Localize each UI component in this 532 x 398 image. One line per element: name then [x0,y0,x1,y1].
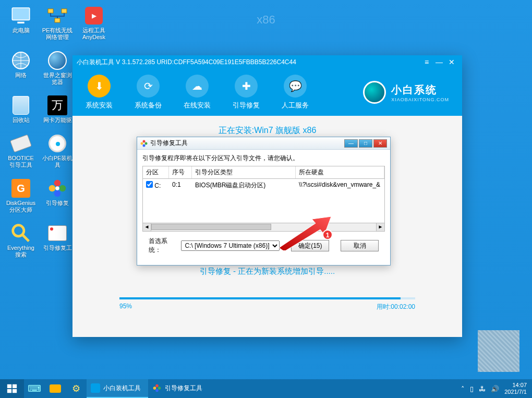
menu-button[interactable]: ≡ [420,58,433,66]
progress: 95% 用时:00:02:00 [119,297,415,311]
globe-icon [10,50,31,71]
tray-volume-icon[interactable]: 🔊 [491,385,499,393]
taskbar-item-bootrepair[interactable]: 引导修复工具 [148,379,210,398]
desktop-icon-bootrepair2[interactable]: 引导修复工 [42,223,73,258]
cloud-icon: ☁ [186,75,209,98]
tray-battery-icon[interactable]: ▯ [470,385,474,393]
main-titlebar[interactable]: 小白装机工具 V 3.1.572.285 URID:CDFF5A594C09E1… [72,55,462,69]
tab-install[interactable]: ⬇系统安装 [86,75,113,110]
svg-rect-20 [13,389,17,393]
dialog-close-button[interactable]: ✕ [373,139,387,148]
svg-point-24 [153,387,156,390]
svg-rect-2 [48,9,53,13]
taskbar-terminal[interactable]: ⌨ [24,379,45,398]
tab-support[interactable]: 💬人工服务 [282,75,309,110]
anydesk-icon: ▸ [83,5,104,26]
table-header: 分区 序号 引导分区类型 所在硬盘 [142,166,385,179]
dialog-maximize-button[interactable]: □ [359,139,372,148]
svg-point-9 [49,185,56,192]
status-line: 引导修复 - 正在为新装系统增加引导..... [88,267,446,276]
recycle-icon [10,95,31,116]
main-title: 小白装机工具 V 3.1.572.285 URID:CDFF5A594C09E1… [77,58,296,67]
progress-fill [119,297,401,299]
desktop-icon-browser[interactable]: 世界之窗浏览器 [42,50,73,86]
backup-icon: ⟳ [137,75,160,98]
disc-icon [47,133,68,154]
partition-checkbox[interactable] [146,181,153,188]
app-icon [91,383,100,393]
desktop-icon-pe-net[interactable]: PE有线无线网络管理 [42,5,73,41]
main-toolbar: ⬇系统安装 ⟳系统备份 ☁在线安装 ✚引导修复 💬人工服务 小白系统XIAOBA… [72,69,462,116]
flower-icon [47,178,68,199]
svg-point-21 [155,384,159,388]
minimize-button[interactable]: — [433,58,445,66]
tray-clock[interactable]: 14:07 2021/7/1 [504,382,527,395]
brand: 小白系统XIAOBAIXITONG.COM [363,81,449,104]
svg-line-12 [23,235,29,242]
svg-point-11 [13,225,24,236]
svg-rect-1 [17,22,24,23]
dialog-message: 引导修复程序即将在以下分区写入引导文件，请您确认。 [142,154,385,163]
preferred-system-select[interactable]: C:\ [Windows 7 Ultimate (x86)] [181,240,280,251]
desktop-icon-diskgenius[interactable]: GDiskGenius分区大师 [5,178,37,213]
svg-rect-17 [7,384,11,388]
svg-point-16 [141,142,143,144]
wan-icon: 万 [47,95,68,116]
ok-button[interactable]: 确定(15) [291,240,329,251]
repair-icon: ✚ [235,75,258,98]
desktop-icon-recycle[interactable]: 回收站 [5,95,37,124]
tray-network-icon[interactable]: 🖧 [479,385,486,393]
dialog-minimize-button[interactable]: — [344,139,358,148]
scroll-right-icon[interactable]: ► [376,223,384,231]
tab-backup[interactable]: ⟳系统备份 [135,75,162,110]
scroll-left-icon[interactable]: ◄ [143,223,151,231]
svg-point-7 [59,185,66,192]
network-icon [47,5,68,26]
flower-icon [140,140,148,147]
desktop-icon-anydesk[interactable]: ▸远程工具AnyDesk [78,5,110,41]
svg-point-22 [158,387,161,390]
dialog-title: 引导修复工具 [150,139,188,148]
desktop-icon-everything[interactable]: Everything搜索 [5,223,37,258]
svg-point-10 [55,186,59,190]
diskgenius-icon: G [10,178,31,199]
svg-rect-19 [7,389,11,393]
globe-icon [47,50,68,71]
bootice-icon [10,133,31,154]
tab-bootrepair[interactable]: ✚引导修复 [233,75,260,110]
horizontal-scrollbar[interactable]: ◄ ► [142,223,385,232]
svg-rect-0 [12,8,29,20]
progress-time: 用时:00:02:00 [377,303,415,311]
desktop-icon-xiaobai-pe[interactable]: 小白PE装机具 [42,133,73,168]
start-button[interactable] [0,379,24,398]
svg-point-23 [155,389,159,392]
windows-icon [6,383,18,394]
search-icon [10,223,31,244]
svg-point-15 [143,144,146,147]
install-title: 正在安装:Win7 旗舰版 x86 [88,125,446,136]
annotation-badge: 1 [322,230,333,240]
pref-label: 首选系统： [149,237,177,255]
close-button[interactable]: ✕ [445,58,458,66]
desktop-icon-bootice[interactable]: BOOTICE引导工具 [5,133,37,168]
cancel-button[interactable]: 取消 [341,240,379,251]
taskbar-explorer[interactable] [45,379,66,398]
toolbox-icon [47,223,68,244]
taskbar-item-xiaobai[interactable]: 小白装机工具 [87,379,148,398]
tab-online[interactable]: ☁在线安装 [184,75,211,110]
taskbar-wifi[interactable]: ⚙ [66,379,87,398]
desktop-icon-netdriver[interactable]: 万网卡万能驱 [42,95,73,124]
tray-up-icon[interactable]: ˄ [461,385,465,393]
system-tray: ˄ ▯ 🖧 🔊 14:07 2021/7/1 [461,382,532,395]
svg-point-14 [145,142,148,144]
flower-icon [152,383,162,393]
desktop-icon-network[interactable]: 网络 [5,50,37,86]
svg-point-6 [54,180,61,187]
desktop-icon-bootrepair[interactable]: 引导修复 [42,178,73,213]
chat-icon: 💬 [284,75,307,98]
table-row[interactable]: C: 0:1 BIOS(MBR磁盘启动分区) \\?\scsi#disk&ven… [143,179,384,192]
svg-rect-3 [62,9,67,13]
scroll-thumb[interactable] [151,224,271,230]
desktop-icon-thispc[interactable]: 此电脑 [5,5,37,41]
dialog-titlebar[interactable]: 引导修复工具 — □ ✕ [137,137,390,150]
